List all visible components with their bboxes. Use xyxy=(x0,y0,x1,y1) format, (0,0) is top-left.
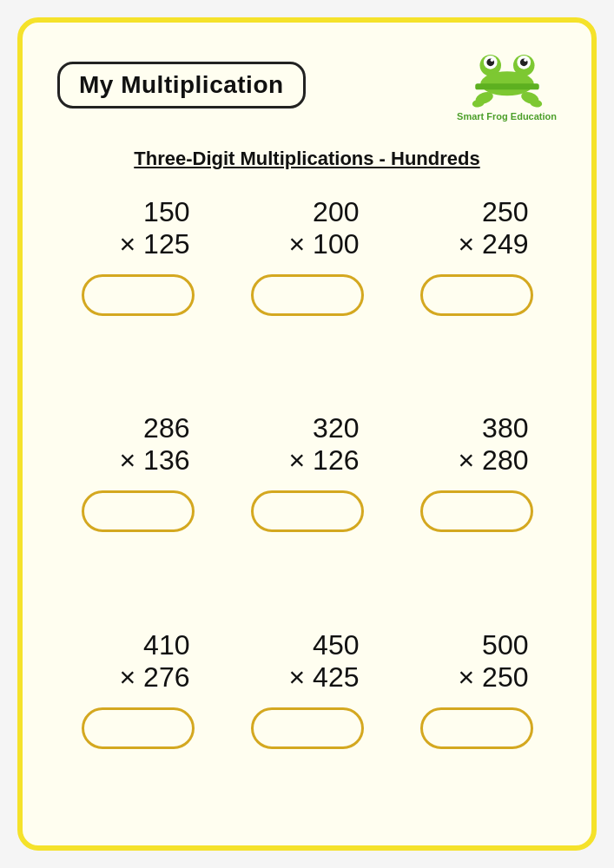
answer-box[interactable] xyxy=(82,490,195,532)
answer-box[interactable] xyxy=(420,490,533,532)
problem-cell: 320× 126 xyxy=(227,412,387,602)
problem-cell: 250× 249 xyxy=(396,196,557,386)
logo-area: Smart Frog Education xyxy=(457,49,557,122)
problem-numbers: 410× 276 xyxy=(86,629,190,694)
problem-numbers: 500× 250 xyxy=(425,629,529,694)
answer-box[interactable] xyxy=(82,707,195,749)
subtitle: Three-Digit Multiplications - Hundreds xyxy=(57,148,557,170)
problem-numbers: 286× 136 xyxy=(86,412,190,477)
answer-box[interactable] xyxy=(251,707,364,749)
problem-cell: 450× 425 xyxy=(227,629,387,819)
top-number: 286 xyxy=(86,412,190,444)
bottom-number: × 126 xyxy=(255,444,360,477)
bottom-number: × 136 xyxy=(86,444,190,477)
answer-box[interactable] xyxy=(82,274,195,316)
problem-numbers: 320× 126 xyxy=(255,412,360,477)
bottom-number: × 280 xyxy=(425,444,529,477)
title-box: My Multiplication xyxy=(57,62,306,108)
problem-numbers: 150× 125 xyxy=(86,196,190,260)
problem-numbers: 200× 100 xyxy=(255,196,360,260)
bottom-number: × 425 xyxy=(255,661,360,694)
problem-cell: 286× 136 xyxy=(57,412,218,602)
problem-cell: 410× 276 xyxy=(57,629,218,819)
problem-numbers: 250× 249 xyxy=(425,196,529,260)
bottom-number: × 276 xyxy=(86,661,190,694)
top-number: 150 xyxy=(86,196,190,228)
bottom-number: × 125 xyxy=(86,228,190,260)
top-number: 200 xyxy=(255,196,360,228)
problem-numbers: 450× 425 xyxy=(255,629,360,694)
logo-text: Smart Frog Education xyxy=(457,111,557,122)
problem-cell: 380× 280 xyxy=(396,412,557,602)
top-number: 500 xyxy=(425,629,529,661)
svg-point-7 xyxy=(524,58,527,62)
bottom-number: × 250 xyxy=(425,661,529,694)
frog-logo-icon xyxy=(468,49,546,109)
answer-box[interactable] xyxy=(420,274,533,316)
problem-cell: 150× 125 xyxy=(57,196,218,386)
page-title: My Multiplication xyxy=(79,71,284,98)
bottom-number: × 100 xyxy=(255,228,360,260)
problem-numbers: 380× 280 xyxy=(425,412,529,477)
page: My Multiplication xyxy=(17,17,597,851)
top-number: 380 xyxy=(425,412,529,444)
problem-cell: 500× 250 xyxy=(396,629,557,819)
svg-point-6 xyxy=(490,58,493,62)
answer-box[interactable] xyxy=(251,274,364,316)
answer-box[interactable] xyxy=(420,707,533,749)
top-number: 410 xyxy=(86,629,190,661)
top-number: 250 xyxy=(425,196,529,228)
problem-cell: 200× 100 xyxy=(227,196,387,386)
top-number: 450 xyxy=(255,629,360,661)
problems-grid: 150× 125200× 100250× 249286× 136320× 126… xyxy=(57,196,557,819)
top-number: 320 xyxy=(255,412,360,444)
svg-rect-9 xyxy=(475,83,539,89)
bottom-number: × 249 xyxy=(425,228,529,260)
answer-box[interactable] xyxy=(251,490,364,532)
header: My Multiplication xyxy=(57,49,557,122)
